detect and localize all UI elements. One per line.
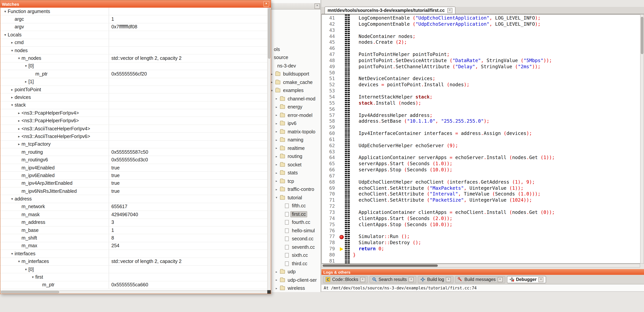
- scrollbar-thumb[interactable]: [268, 8, 270, 59]
- collapse-icon[interactable]: ▾: [271, 89, 275, 92]
- marker-margin[interactable]: [339, 222, 345, 228]
- watch-row[interactable]: ▸m_tcpFactory: [0, 141, 267, 148]
- marker-margin[interactable]: [339, 179, 345, 185]
- watch-row[interactable]: ▸<ns3::AsciiTraceHelperForIpv6>: [0, 133, 267, 141]
- watch-row[interactable]: m_ipv6Enabledtrue: [0, 172, 267, 179]
- scrollbar-thumb[interactable]: [1, 291, 59, 293]
- expand-icon[interactable]: ▸: [276, 287, 280, 290]
- code-text[interactable]: [350, 88, 353, 94]
- marker-margin[interactable]: [339, 203, 345, 210]
- editor-horizontal-scrollbar[interactable]: [322, 264, 640, 268]
- code-text[interactable]: Simulator::Run ();: [350, 234, 410, 240]
- editor-vertical-scrollbar[interactable]: [640, 14, 644, 264]
- watches-horizontal-scrollbar[interactable]: [0, 290, 267, 294]
- code-text[interactable]: [350, 228, 353, 234]
- scrollbar-thumb[interactable]: [322, 265, 438, 267]
- watch-row[interactable]: ▸cmd: [0, 39, 267, 47]
- expand-icon[interactable]: ▸: [24, 80, 28, 84]
- expand-icon[interactable]: ▸: [276, 171, 280, 175]
- marker-margin[interactable]: [339, 125, 345, 131]
- tree-item-socket[interactable]: ▸socket: [271, 160, 321, 169]
- marker-margin[interactable]: [339, 240, 345, 246]
- code-text[interactable]: Ipv4AddressHelper address;: [350, 113, 432, 119]
- code-text[interactable]: InternetStackHelper stack;: [350, 94, 432, 100]
- watch-row[interactable]: ▾[0]: [0, 266, 267, 274]
- code-text[interactable]: serverApps.Stop (Seconds (10.0));: [350, 167, 452, 173]
- marker-margin[interactable]: [339, 246, 345, 252]
- watch-row[interactable]: ▸<ns3::PcapHelperForIpv4>: [0, 109, 267, 117]
- tree-item-tcp[interactable]: ▸tcp: [271, 177, 321, 185]
- expand-icon[interactable]: ▸: [10, 88, 14, 91]
- code-text[interactable]: pointToPoint.SetDeviceAttribute ("DataRa…: [350, 58, 552, 64]
- watch-row[interactable]: ▾[0]: [0, 62, 267, 70]
- watch-row[interactable]: m_ipv6NsRsJitterEnabledtrue: [0, 187, 267, 195]
- tree-item-naming[interactable]: ▸naming: [271, 136, 321, 144]
- expand-icon[interactable]: ▸: [10, 95, 14, 99]
- expand-icon[interactable]: ▸: [271, 72, 275, 76]
- expand-icon[interactable]: ▸: [276, 270, 280, 274]
- code-text[interactable]: nodes.Create (2);: [350, 40, 407, 46]
- watches-titlebar[interactable]: Watches ×: [0, 0, 271, 8]
- collapse-icon[interactable]: ▾: [10, 48, 14, 52]
- expand-icon[interactable]: ▸: [276, 163, 280, 166]
- code-text[interactable]: [350, 137, 353, 143]
- breakpoint-icon[interactable]: [340, 235, 344, 239]
- code-text[interactable]: echoClient.SetAttribute ("MaxPackets", U…: [350, 185, 524, 191]
- watch-row[interactable]: ▾stack: [0, 101, 267, 109]
- code-text[interactable]: UdpEchoClientHelper echoClient (interfac…: [350, 179, 535, 185]
- collapse-icon[interactable]: ▾: [16, 260, 22, 263]
- marker-margin[interactable]: [339, 210, 345, 216]
- log-tab-build-messages[interactable]: Build messages×: [455, 276, 505, 283]
- code-text[interactable]: NetDeviceContainer devices;: [350, 76, 435, 82]
- watch-row[interactable]: m_routing0x555555587c50: [0, 148, 267, 156]
- watches-vertical-scrollbar[interactable]: [267, 8, 271, 290]
- marker-margin[interactable]: [339, 70, 345, 76]
- code-text[interactable]: Simulator::Destroy ();: [350, 240, 421, 246]
- code-text[interactable]: echoClient.SetAttribute ("Interval", Tim…: [350, 191, 540, 198]
- watch-row[interactable]: ▾Function arguments: [0, 8, 267, 15]
- marker-margin[interactable]: [339, 234, 345, 240]
- scrollbar-thumb[interactable]: [641, 17, 643, 54]
- marker-margin[interactable]: [339, 185, 345, 191]
- tree-item-first-cc[interactable]: first.cc: [271, 210, 321, 218]
- close-icon[interactable]: ×: [446, 277, 451, 282]
- marker-margin[interactable]: [339, 161, 345, 167]
- marker-margin[interactable]: [339, 173, 345, 179]
- close-icon[interactable]: ×: [360, 277, 365, 282]
- code-text[interactable]: ApplicationContainer clientApps = echoCl…: [350, 210, 555, 216]
- watch-row[interactable]: m_ipv4Enabledtrue: [0, 164, 267, 172]
- watch-row[interactable]: ▸<ns3::AsciiTraceHelperForIpv4>: [0, 125, 267, 133]
- collapse-icon[interactable]: ▾: [16, 56, 22, 60]
- expand-icon[interactable]: ▸: [276, 188, 280, 191]
- watch-row[interactable]: ▸<ns3::PcapHelperForIpv6>: [0, 117, 267, 125]
- watch-row[interactable]: m_ptr0x55555556cf20: [0, 70, 267, 78]
- expand-icon[interactable]: ▸: [276, 279, 280, 282]
- collapse-icon[interactable]: ▾: [30, 275, 35, 279]
- expand-icon[interactable]: ▸: [16, 111, 22, 115]
- code-text[interactable]: clientApps.Stop (Seconds (10.0));: [350, 222, 452, 228]
- marker-margin[interactable]: [339, 88, 345, 94]
- code-text[interactable]: [350, 106, 353, 113]
- code-text[interactable]: [350, 46, 353, 52]
- code-text[interactable]: stack.Install (nodes);: [350, 100, 421, 107]
- tree-item-sixth-cc[interactable]: sixth.cc: [271, 251, 321, 260]
- watch-row[interactable]: ▸pointToPoint: [0, 86, 267, 94]
- collapse-icon[interactable]: ▾: [10, 103, 14, 107]
- close-icon[interactable]: ×: [538, 277, 544, 282]
- collapse-icon[interactable]: ▾: [24, 64, 28, 68]
- code-text[interactable]: NodeContainer nodes;: [350, 33, 416, 40]
- tree-item-buildsupport[interactable]: ▸buildsupport: [271, 70, 321, 78]
- tree-item-tutorial[interactable]: ▾tutorial: [271, 193, 321, 202]
- watch-row[interactable]: m_address3: [0, 219, 267, 227]
- log-tab-search-results[interactable]: Search results×: [370, 276, 416, 283]
- watch-row[interactable]: ▸[1]: [0, 78, 267, 86]
- watch-row[interactable]: ▸devices: [0, 94, 267, 102]
- tree-item-fourth-cc[interactable]: fourth.cc: [271, 218, 321, 227]
- marker-margin[interactable]: [339, 100, 345, 107]
- marker-margin[interactable]: [339, 155, 345, 161]
- code-text[interactable]: [350, 70, 353, 76]
- marker-margin[interactable]: [339, 228, 345, 234]
- tree-item-realtime[interactable]: ▸realtime: [271, 144, 321, 152]
- marker-margin[interactable]: [339, 131, 345, 137]
- marker-margin[interactable]: [339, 258, 345, 264]
